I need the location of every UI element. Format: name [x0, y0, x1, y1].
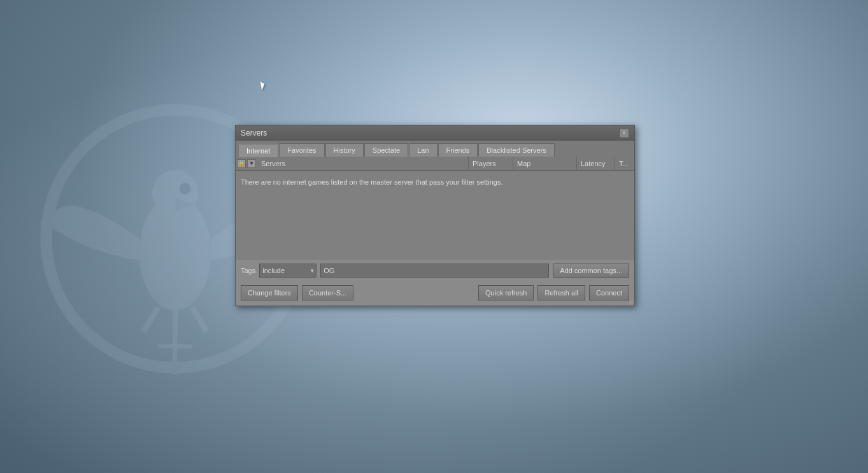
connect-button[interactable]: Connect — [589, 285, 629, 300]
tab-favorites[interactable]: Favorites — [279, 143, 324, 157]
col-players[interactable]: Players — [469, 157, 513, 170]
col-t[interactable]: T... — [615, 157, 634, 170]
col-map[interactable]: Map — [513, 157, 577, 170]
no-servers-message: There are no internet games listed on th… — [241, 176, 629, 188]
tags-input[interactable] — [320, 264, 549, 278]
server-list: There are no internet games listed on th… — [236, 171, 634, 260]
dialog-content: Internet Favorites History Spectate Lan … — [236, 141, 634, 306]
add-common-tags-button[interactable]: Add common tags... — [553, 264, 629, 278]
lock-icon: 🔒 — [237, 159, 246, 168]
tab-history[interactable]: History — [325, 143, 364, 157]
tags-label: Tags — [241, 267, 255, 274]
tags-dropdown-wrapper: include exclude — [259, 264, 317, 278]
refresh-all-button[interactable]: Refresh all — [537, 285, 585, 300]
quick-refresh-button[interactable]: Quick refresh — [478, 285, 534, 300]
tab-friends[interactable]: Friends — [438, 143, 478, 157]
close-button[interactable]: × — [619, 128, 629, 138]
table-header-icons: 🔒 ♥ — [236, 159, 257, 168]
table-header: 🔒 ♥ Servers Players Map Latency T... — [236, 157, 634, 171]
col-latency[interactable]: Latency — [577, 157, 615, 170]
tab-blacklisted[interactable]: Blacklisted Servers — [478, 143, 555, 157]
tab-bar: Internet Favorites History Spectate Lan … — [236, 141, 634, 157]
filter-icon: ♥ — [247, 159, 256, 168]
game-filter-button[interactable]: Counter-S... — [302, 285, 353, 300]
tab-spectate[interactable]: Spectate — [364, 143, 408, 157]
svg-point-7 — [180, 183, 191, 194]
change-filters-button[interactable]: Change filters — [241, 285, 298, 300]
dialog-titlebar: Servers × — [236, 125, 634, 141]
tags-dropdown[interactable]: include exclude — [259, 264, 317, 278]
dialog-title: Servers — [241, 129, 267, 138]
servers-dialog: Servers × Internet Favorites History Spe… — [235, 125, 635, 306]
col-servers[interactable]: Servers — [257, 157, 469, 170]
tab-lan[interactable]: Lan — [409, 143, 437, 157]
svg-line-4 — [144, 307, 159, 332]
resize-handle[interactable]: ⊿ — [627, 298, 634, 306]
actions-row: Change filters Counter-S... Quick refres… — [236, 281, 634, 306]
svg-line-6 — [192, 307, 207, 332]
tab-internet[interactable]: Internet — [238, 144, 278, 157]
tags-row: Tags include exclude Add common tags... — [236, 260, 634, 281]
